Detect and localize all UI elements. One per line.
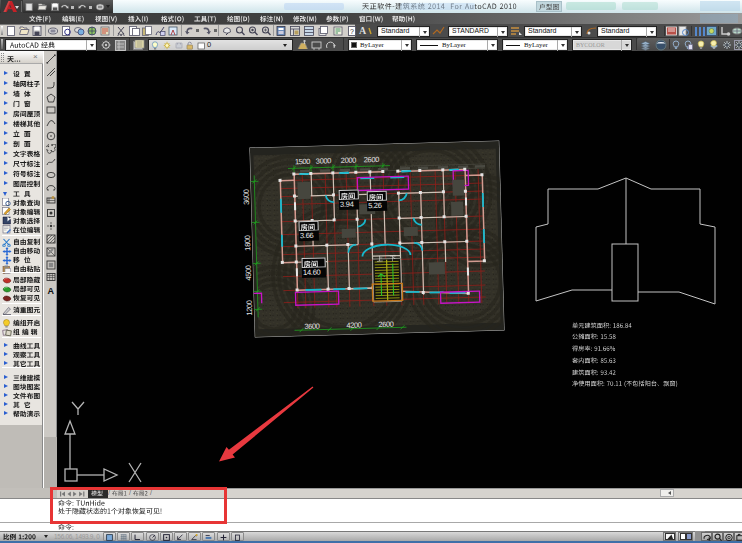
svg-text:A: A xyxy=(47,286,54,296)
svg-text:?: ? xyxy=(350,27,354,34)
svg-text:A: A xyxy=(359,25,367,36)
